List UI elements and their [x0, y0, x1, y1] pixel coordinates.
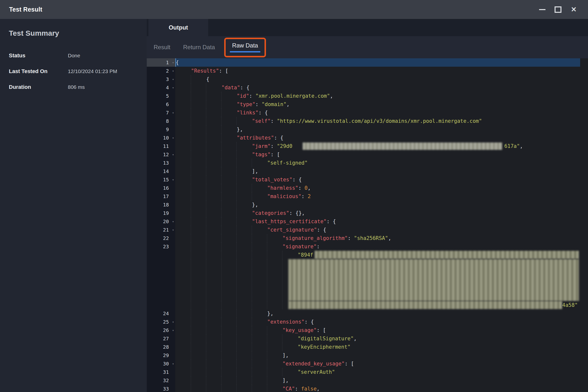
redacted-jarm-blur	[303, 142, 502, 150]
code-line-content[interactable]	[175, 259, 588, 301]
line-number-gutter	[147, 301, 175, 309]
code-line-content[interactable]: "links": {	[175, 108, 588, 117]
code-line-content[interactable]: "cert_signature": {	[175, 226, 588, 234]
maximize-icon[interactable]	[555, 6, 562, 13]
indent-guide	[221, 251, 221, 259]
line-number: 3	[166, 76, 169, 82]
json-token: ],	[282, 378, 289, 384]
code-line-content[interactable]: "extended_key_usage": [	[175, 360, 588, 368]
fold-arrow-icon[interactable]: ▾	[172, 75, 174, 84]
line-number-gutter: 10▾	[147, 134, 175, 142]
fold-arrow-icon[interactable]: ▾	[172, 134, 174, 142]
indent-guide	[206, 318, 206, 326]
fold-arrow-icon[interactable]: ▾	[172, 109, 174, 117]
code-line-content[interactable]: "self-signed"	[175, 159, 588, 167]
tab-output[interactable]: Output	[149, 19, 208, 36]
fold-arrow-icon[interactable]: ▾	[172, 360, 174, 368]
fold-arrow-icon[interactable]: ▾	[172, 150, 174, 159]
indent-guide	[221, 134, 221, 142]
code-line-content[interactable]: "tags": [	[175, 150, 588, 159]
code-line-content[interactable]: "key_usage": [	[175, 326, 588, 334]
indent-guide	[206, 100, 206, 108]
code-line-content[interactable]: "self": "https://www.virustotal.com/api/…	[175, 117, 588, 125]
indent-guide	[236, 326, 237, 334]
line-number: 16	[163, 185, 169, 191]
code-line-content[interactable]: 4a58"	[175, 301, 588, 309]
line-number: 15	[163, 177, 169, 182]
code-line-4: 4▾"data": {	[147, 84, 588, 92]
code-line-content[interactable]: "jarm": "29d0617a",	[175, 142, 588, 150]
test-result-window: Test Result ✕ Test Summary Status Done L…	[0, 0, 588, 392]
indent-guide	[206, 234, 206, 242]
minimize-icon[interactable]	[539, 6, 546, 13]
line-number-gutter: 27	[147, 334, 175, 343]
code-line-content[interactable]: "digitalSignature",	[175, 334, 588, 343]
subtab-raw-data[interactable]: Raw Data	[230, 36, 260, 58]
json-raw-data-viewer[interactable]: 1▾{2▾"Results": [3▾{4▾"data": {5"id": "x…	[147, 58, 588, 392]
subtab-return-data[interactable]: Return Data	[183, 36, 215, 58]
code-line-content[interactable]: "signature":	[175, 242, 588, 251]
fold-arrow-icon[interactable]: ▾	[172, 58, 174, 67]
fold-arrow-icon[interactable]: ▾	[172, 84, 174, 92]
code-line-content[interactable]: },	[175, 309, 588, 318]
fold-arrow-icon[interactable]: ▾	[172, 218, 174, 226]
indent-guide	[221, 100, 221, 108]
code-line-content[interactable]: "894f	[175, 251, 588, 259]
code-line-content[interactable]: "keyEncipherment"	[175, 343, 588, 351]
fold-arrow-icon[interactable]: ▾	[172, 176, 174, 184]
code-line-content[interactable]: "serverAuth"	[175, 368, 588, 376]
line-number-gutter	[147, 259, 175, 301]
code-line-content[interactable]: "attributes": {	[175, 134, 588, 142]
code-line-content[interactable]: "harmless": 0,	[175, 184, 588, 192]
indent-guide	[236, 217, 237, 226]
fold-arrow-icon[interactable]: ▾	[172, 326, 174, 335]
line-number-gutter: 26▾	[147, 326, 175, 334]
indent-guide	[236, 351, 237, 360]
code-line-content[interactable]: ],	[175, 351, 588, 360]
fold-arrow-icon[interactable]: ▾	[172, 67, 174, 75]
code-line-content[interactable]: "Results": [	[175, 67, 588, 75]
indent-guide	[206, 142, 206, 150]
code-line-content[interactable]: "signature_algorithm": "sha256RSA",	[175, 234, 588, 242]
fold-arrow-icon[interactable]: ▾	[172, 226, 174, 234]
code-line-content[interactable]: "CA": false,	[175, 384, 588, 392]
close-icon[interactable]: ✕	[570, 6, 577, 13]
indent-guide	[221, 150, 221, 159]
code-line-content[interactable]: "type": "domain",	[175, 100, 588, 108]
code-line-content[interactable]: "malicious": 2	[175, 192, 588, 200]
code-line-content[interactable]: "last_https_certificate": {	[175, 217, 588, 226]
indent-guide	[221, 301, 221, 309]
indent-guide	[221, 318, 221, 326]
indent-guide	[191, 217, 191, 226]
code-line-content[interactable]: ],	[175, 167, 588, 176]
code-line-15: 15▾"total_votes": {	[147, 176, 588, 184]
code-line-content[interactable]: ],	[175, 376, 588, 384]
code-line-content[interactable]: {	[175, 58, 588, 67]
indent-guide	[191, 226, 191, 234]
code-line-content[interactable]: "total_votes": {	[175, 176, 588, 184]
code-line-content[interactable]: "data": {	[175, 84, 588, 92]
code-line-content[interactable]: "id": "xmr.pool.minergate.com",	[175, 92, 588, 100]
code-line-23: 23"signature":	[147, 242, 588, 251]
code-line-content[interactable]: {	[175, 75, 588, 84]
line-number: 32	[163, 378, 169, 384]
indent-guide	[252, 376, 252, 384]
indent-guide	[221, 125, 221, 134]
json-token: : [	[271, 152, 280, 158]
fold-arrow-icon[interactable]: ▾	[172, 318, 174, 326]
indent-guide	[252, 384, 252, 392]
code-line-content[interactable]: },	[175, 200, 588, 209]
line-number-gutter: 21▾	[147, 226, 175, 234]
indent-guide	[267, 351, 267, 360]
indent-guide	[221, 184, 221, 192]
json-token: 2	[308, 194, 311, 199]
json-token: "sha256RSA"	[354, 235, 388, 241]
json-token: : {	[292, 177, 302, 182]
code-line-content[interactable]: "categories": {},	[175, 209, 588, 217]
subtab-result[interactable]: Result	[154, 36, 170, 58]
code-line-content[interactable]: "extensions": {	[175, 318, 588, 326]
indent-guide	[191, 384, 191, 392]
indent-guide	[206, 117, 206, 125]
code-line-content[interactable]: },	[175, 125, 588, 134]
json-token: "signature_algorithm"	[282, 235, 348, 241]
